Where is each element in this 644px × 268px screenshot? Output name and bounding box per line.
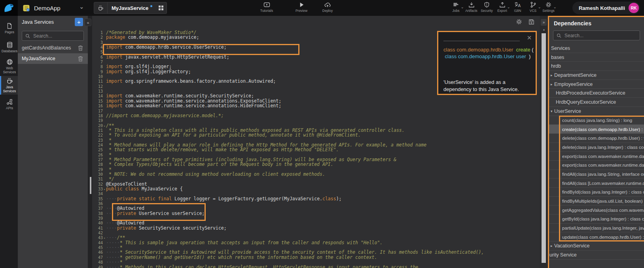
user-name: Ramesh Kothapalli — [579, 5, 625, 11]
method-item-getbyid[interactable]: getById(class java.lang.Integer) : class… — [549, 215, 644, 224]
method-item-update[interactable]: update(class com.demoapp.hrdb.User) : cl — [549, 232, 644, 241]
editor-left-scrollbar[interactable] — [88, 16, 92, 268]
tree-item-services[interactable]: Services — [549, 44, 644, 53]
save-icon[interactable] — [528, 19, 534, 25]
method-item-getaggregatedvalues[interactable]: getAggregatedValues(class com.wavemak — [549, 205, 644, 215]
tool-vcs[interactable]: ⌄VCS — [525, 2, 541, 13]
service-item-getcardsandbalances[interactable]: getCardsAndBalances — [18, 43, 88, 53]
chevron-down-icon[interactable]: ⌄ — [79, 3, 84, 10]
sidebar-item-pages[interactable]: Pages — [0, 19, 18, 38]
tool-label: Artifacts — [465, 9, 477, 13]
method-item-export[interactable]: export(class com.wavemaker.runtime.data — [549, 161, 644, 170]
project-icon — [23, 4, 30, 12]
method-item-create[interactable]: create(class com.demoapp.hrdb.User) : cl… — [549, 125, 644, 134]
tree-item-hrdb[interactable]: hrdb — [549, 62, 644, 71]
search-icon — [25, 34, 30, 38]
scroll-up-icon[interactable]: ▲ — [540, 28, 548, 31]
tree-item-label: create(class com.demoapp.hrdb.User) : cl… — [562, 127, 644, 132]
method-item-findbymultipleids[interactable]: findByMultipleIds(java.util.List, boolea… — [549, 197, 644, 206]
sidebar-item-web-services[interactable]: WebServices — [0, 57, 18, 76]
avatar: RK — [629, 3, 639, 13]
project-switcher[interactable]: DemoApp — [23, 0, 61, 16]
tool-settings[interactable]: ⌄Settings — [541, 2, 556, 13]
services-list: getCardsAndBalancesMyJavaService — [18, 43, 88, 64]
project-name: DemoApp — [34, 5, 61, 11]
sidebar-item-label: APIs — [6, 106, 13, 110]
code-line-39: 39 — [92, 216, 540, 220]
youtube-icon — [263, 2, 271, 8]
code-editor[interactable]: 1/*Generated by WaveMaker Studio*/2packa… — [88, 16, 540, 268]
code-line-47: 47·····* getUserName() and getUserId() e… — [92, 255, 540, 260]
tree-item-label: delete(class com.demoapp.hrdb.User) : vo… — [562, 135, 644, 141]
tool-jobs[interactable]: ⌄Jobs — [448, 2, 464, 13]
wavemaker-logo[interactable] — [0, 0, 18, 16]
search-input[interactable] — [32, 33, 80, 39]
tool-security[interactable]: Security — [479, 2, 494, 13]
tree-item-departmentservice[interactable]: ▸DepartmentService — [549, 71, 644, 80]
tool-label: Jobs — [453, 9, 460, 13]
tool-tutorials[interactable]: Tutorials — [257, 2, 276, 13]
tool-i18n[interactable]: AI18N — [510, 2, 525, 13]
svg-text:A: A — [518, 4, 521, 8]
method-item-delete[interactable]: delete(class com.demoapp.hrdb.User) : vo… — [549, 134, 644, 143]
tool-deploy[interactable]: Deploy — [318, 2, 337, 13]
tool-preview[interactable]: Preview — [292, 2, 311, 13]
tree-item-label: HrdbProcedureExecutorService — [556, 90, 625, 96]
vcs-icon — [530, 2, 536, 8]
settings-icon — [545, 2, 552, 8]
close-icon[interactable]: × — [527, 34, 532, 42]
tool-export[interactable]: ⌄Export — [494, 2, 510, 13]
tree-item-userservice[interactable]: ▾UserService — [549, 107, 644, 116]
chevron-down-icon[interactable]: ▾ — [549, 109, 554, 113]
tab-myjavaservice[interactable]: MyJavaService — [94, 2, 167, 14]
chevron-right-icon[interactable]: ▸ — [549, 244, 554, 248]
collapse-panel-button[interactable]: « — [85, 19, 91, 26]
search-icon — [557, 33, 561, 38]
java-services-icon — [6, 78, 13, 84]
sidebar-item-java-services[interactable]: JavaServices — [0, 76, 18, 95]
add-service-button[interactable]: + — [75, 18, 83, 26]
tree-item-vacationservice[interactable]: ▸VacationService — [549, 241, 644, 251]
tree-item-hrdbqueryexecutorservice[interactable]: HrdbQueryExecutorService — [549, 98, 644, 107]
method-item-count[interactable]: count(class java.lang.String) : long — [549, 116, 644, 125]
tree-item-hrdbprocedureexecutorservice[interactable]: HrdbProcedureExecutorService — [549, 89, 644, 98]
code-line-35: 35····private static final Logger logger… — [92, 196, 540, 201]
method-item-export[interactable]: export(class com.wavemaker.runtime.data — [549, 152, 644, 161]
sidebar-item-apis[interactable]: APIs — [0, 95, 18, 114]
code-line-33: 33▾public class MyJavaService { — [92, 186, 540, 191]
grid-icon[interactable] — [158, 5, 164, 11]
tree-item-label: count(class java.lang.String) : long — [562, 118, 632, 123]
app-window: DemoApp ⌄ MyJavaService TutorialsPreview… — [0, 0, 644, 268]
gear-icon[interactable] — [516, 19, 522, 25]
dependencies-tree: Servicesbaseshrdb▸DepartmentService▸Empl… — [549, 44, 644, 260]
user-menu[interactable]: Ramesh Kothapalli RK — [572, 2, 640, 14]
service-item-myjavaservice[interactable]: MyJavaService — [18, 53, 88, 64]
trash-icon[interactable] — [78, 56, 83, 62]
expand-panel-button[interactable]: » — [541, 19, 547, 26]
tree-item-employeeservice[interactable]: ▸EmployeeService — [549, 80, 644, 89]
method-item-delete[interactable]: delete(class java.lang.Integer) : class … — [549, 143, 644, 152]
method-item-partialupdate[interactable]: partialUpdate(class java.lang.Integer, j… — [549, 224, 644, 233]
tree-item-bases[interactable]: bases — [549, 53, 644, 62]
chevron-right-icon[interactable]: ▸ — [549, 82, 554, 86]
sidebar-item-label: JavaServices — [3, 86, 16, 93]
scrollbar-thumb[interactable] — [542, 33, 546, 263]
web-services-icon — [6, 59, 13, 65]
code-line-42: 42 — [92, 230, 540, 235]
unsaved-dot — [150, 5, 152, 7]
editor-vertical-scrollbar[interactable]: » ▲ — [540, 16, 548, 268]
tool-artifacts[interactable]: Artifacts — [464, 2, 479, 13]
services-search[interactable] — [22, 31, 84, 41]
method-item-findall[interactable]: findAll(class [Lcom.wavemaker.runtime.da — [549, 179, 644, 188]
sidebar-item-label: WebServices — [3, 67, 16, 74]
tool-label: Security — [481, 9, 493, 13]
scrollbar-thumb[interactable] — [90, 177, 91, 194]
search-input[interactable] — [564, 32, 636, 39]
method-item-findall[interactable]: findAll(class java.lang.String, interfac… — [549, 170, 644, 179]
tree-item-urity-service[interactable]: urity Service — [549, 251, 644, 260]
dependencies-search[interactable] — [553, 30, 640, 40]
sidebar-item-databases[interactable]: Databases — [0, 38, 18, 57]
method-item-findbyid[interactable]: findById(class java.lang.Integer) : clas… — [549, 188, 644, 197]
trash-icon[interactable] — [78, 45, 83, 51]
chevron-right-icon[interactable]: ▸ — [549, 73, 554, 77]
